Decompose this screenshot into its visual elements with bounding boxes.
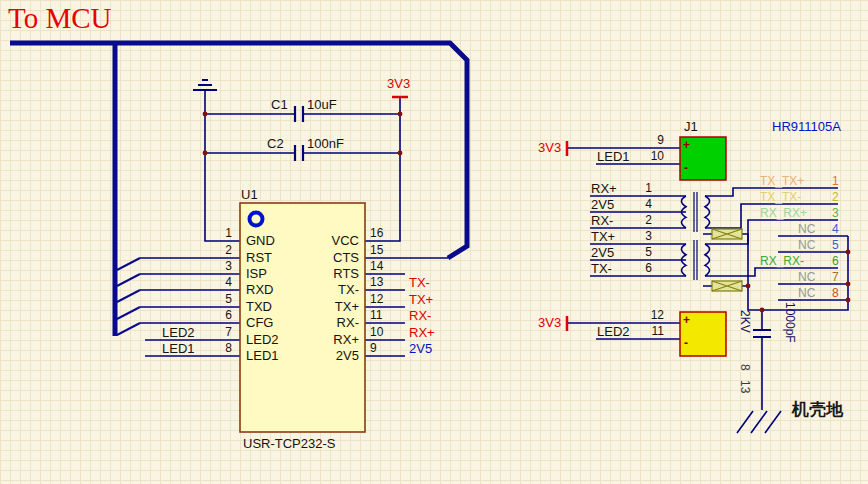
cap-c1-ref: C1 bbox=[271, 97, 288, 112]
net-label: 2V5 bbox=[409, 341, 432, 356]
power-3v3-label: 3V3 bbox=[387, 76, 410, 91]
u1-pin-name: CTS bbox=[280, 250, 359, 265]
u1-pin-number: 13 bbox=[370, 275, 383, 289]
jack-pin-number: 1 bbox=[832, 174, 839, 188]
shield-pin-number: 13 bbox=[738, 380, 752, 393]
bus-entries bbox=[117, 258, 140, 335]
u1-pin-name: ISP bbox=[246, 266, 267, 281]
shield-pin-number: 8 bbox=[738, 364, 752, 371]
u1-pin-name: RX- bbox=[280, 315, 359, 330]
jack-pin-number: 7 bbox=[832, 270, 839, 284]
capacitor-c2-symbol bbox=[295, 145, 303, 161]
jack-pin-label: RX_RX- bbox=[760, 254, 804, 268]
capacitor-c1-symbol bbox=[295, 106, 303, 122]
cap-c2-value: 100nF bbox=[307, 136, 344, 151]
chassis-ground-label: 机壳地 bbox=[792, 400, 843, 419]
u1-pin-number: 15 bbox=[370, 243, 383, 257]
u1-pin-name: TX- bbox=[280, 282, 359, 297]
u1-pin-name: TXD bbox=[246, 299, 272, 314]
net-label: RX+ bbox=[409, 325, 435, 340]
j1-pin-number: 2 bbox=[634, 213, 652, 227]
cap-c1-value: 10uF bbox=[307, 97, 337, 112]
ground-symbol bbox=[193, 80, 217, 90]
u1-pin-name: VCC bbox=[280, 233, 359, 248]
u1-pin-number: 7 bbox=[208, 325, 232, 339]
u1-pin-number: 5 bbox=[208, 292, 232, 306]
u1-pin-name: RX+ bbox=[280, 332, 359, 347]
polarity-plus: + bbox=[683, 139, 690, 151]
j1-row-label: RX+ bbox=[591, 181, 617, 196]
isolation-cap-symbol bbox=[753, 330, 771, 337]
u1-pin-name: RST bbox=[246, 250, 272, 265]
j1-row-label: TX- bbox=[591, 261, 612, 276]
j1-refdes: J1 bbox=[684, 119, 698, 134]
cap-c2-ref: C2 bbox=[267, 136, 284, 151]
u1-pin-number: 3 bbox=[208, 259, 232, 273]
u1-pin-name: RTS bbox=[280, 266, 359, 281]
jack-pin-label: TX_TX- bbox=[760, 190, 801, 204]
polarity-plus: + bbox=[683, 314, 690, 326]
jack-pin-number: 2 bbox=[832, 190, 839, 204]
polarity-minus: - bbox=[684, 162, 688, 174]
u1-pin-name: CFG bbox=[246, 315, 273, 330]
u1-pin-number: 9 bbox=[370, 341, 377, 355]
jack-pin-number: 3 bbox=[832, 206, 839, 220]
jack-pin-number: 4 bbox=[832, 222, 839, 236]
jack-pin-label: NC bbox=[798, 238, 815, 252]
u1-pin-number: 14 bbox=[370, 259, 383, 273]
j1-pin-number: 10 bbox=[638, 149, 664, 163]
j1-row-label: 2V5 bbox=[591, 197, 614, 212]
chassis-ground-symbol bbox=[737, 411, 781, 433]
j1-pin-number: 4 bbox=[634, 197, 652, 211]
jack-pin-label: NC bbox=[798, 270, 815, 284]
termination-resistors bbox=[712, 229, 742, 291]
u1-pin-number: 12 bbox=[370, 292, 383, 306]
net-label: TX+ bbox=[409, 292, 433, 307]
j1-row-label: 2V5 bbox=[591, 245, 614, 260]
iso-cap-value: 1000pF bbox=[783, 302, 797, 343]
u1-part-number: USR-TCP232-S bbox=[243, 436, 335, 451]
wire-layer bbox=[0, 0, 868, 484]
schematic-sheet: To MCU 3V3 C1 10uF C2 100nF U1 USR-TCP23… bbox=[0, 0, 868, 484]
u1-pin-name: 2V5 bbox=[280, 348, 359, 363]
net-label: LED1 bbox=[162, 341, 195, 356]
u1-pin-name: RXD bbox=[246, 282, 273, 297]
net-label: LED1 bbox=[597, 149, 630, 164]
jack-pin-number: 8 bbox=[832, 286, 839, 300]
jack-pin-label: TX_TX+ bbox=[760, 174, 804, 188]
net-label: TX- bbox=[409, 275, 430, 290]
u1-pin-number: 2 bbox=[208, 243, 232, 257]
j1-pin-number: 9 bbox=[638, 133, 664, 147]
u1-pin-name: GND bbox=[246, 233, 275, 248]
j1-pin-number: 5 bbox=[634, 245, 652, 259]
iso-cap-rating: 2KV bbox=[738, 310, 752, 333]
polarity-minus: - bbox=[684, 337, 688, 349]
j1-pin-number: 1 bbox=[634, 181, 652, 195]
u1-pin-name: LED2 bbox=[246, 332, 279, 347]
u1-pin-number: 8 bbox=[208, 341, 232, 355]
u1-pin-name: TX+ bbox=[280, 299, 359, 314]
u1-pin-number: 16 bbox=[370, 226, 383, 240]
jack-pin-number: 6 bbox=[832, 254, 839, 268]
u1-pin-number: 1 bbox=[208, 226, 232, 240]
net-label: LED2 bbox=[597, 324, 630, 339]
j1-row-label: TX+ bbox=[591, 229, 615, 244]
sheet-title: To MCU bbox=[8, 2, 112, 34]
jack-pin-label: RX_RX+ bbox=[760, 206, 807, 220]
u1-pin-number: 11 bbox=[370, 308, 382, 322]
jack-pin-label: NC bbox=[798, 222, 815, 236]
u1-pin-number: 6 bbox=[208, 308, 232, 322]
u1-pin-name: LED1 bbox=[246, 348, 279, 363]
power-3v3-label: 3V3 bbox=[538, 140, 561, 155]
u1-pin-number: 4 bbox=[208, 275, 232, 289]
j1-pin-number: 12 bbox=[638, 308, 664, 322]
net-label: LED2 bbox=[162, 325, 195, 340]
jack-pin-label: NC bbox=[798, 286, 815, 300]
j1-part-number: HR911105A bbox=[772, 119, 841, 134]
j1-pin-number: 3 bbox=[634, 229, 652, 243]
u1-refdes: U1 bbox=[241, 187, 258, 202]
j1-pin-number: 6 bbox=[634, 261, 652, 275]
j1-pin-number: 11 bbox=[638, 324, 664, 338]
jack-pin-number: 5 bbox=[832, 238, 839, 252]
j1-row-label: RX- bbox=[591, 213, 613, 228]
